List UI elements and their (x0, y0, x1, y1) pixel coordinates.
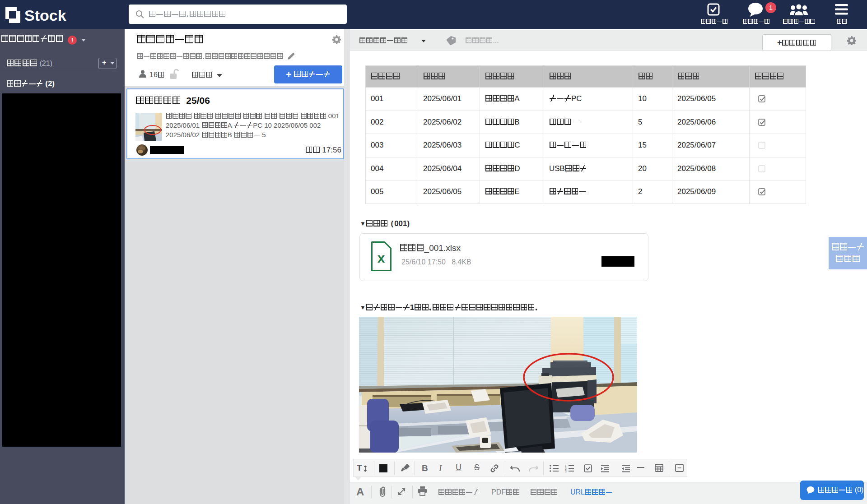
svg-text:x: x (378, 250, 385, 265)
svg-text:3: 3 (565, 470, 567, 473)
